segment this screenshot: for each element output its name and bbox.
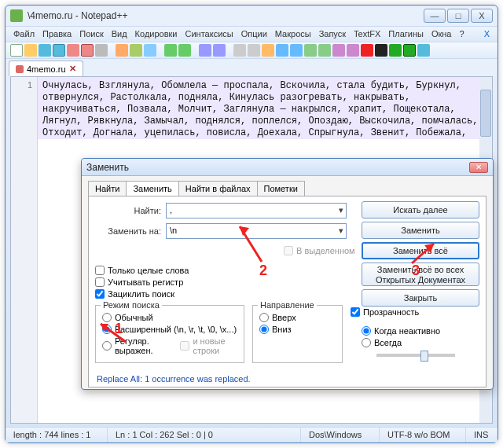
status-position: Ln : 1 Col : 262 Sel : 0 | 0 bbox=[108, 428, 301, 442]
maximize-button[interactable]: □ bbox=[447, 9, 469, 23]
indent-icon[interactable] bbox=[304, 44, 317, 57]
menu-x[interactable]: X bbox=[484, 29, 490, 39]
replace-input[interactable]: \n bbox=[166, 223, 347, 239]
whole-words-checkbox[interactable] bbox=[95, 266, 105, 275]
status-length: length : 744 lines : 1 bbox=[6, 428, 108, 442]
paste-icon[interactable] bbox=[144, 44, 156, 57]
menu-macros[interactable]: Макросы bbox=[275, 29, 311, 39]
stop-icon[interactable] bbox=[375, 44, 387, 57]
transparency-checkbox[interactable] bbox=[351, 307, 360, 317]
replace-all-docs-button[interactable]: Заменить всё во всех Открытых Документах bbox=[362, 263, 479, 286]
print-icon[interactable] bbox=[95, 44, 108, 57]
saveall-icon[interactable] bbox=[53, 44, 65, 57]
folding-icon[interactable] bbox=[318, 44, 331, 57]
status-eol[interactable]: Dos\Windows bbox=[301, 428, 380, 442]
menu-view[interactable]: Вид bbox=[112, 29, 127, 39]
search-mode-legend: Режим поиска bbox=[101, 300, 162, 310]
play-icon[interactable] bbox=[389, 44, 402, 57]
in-selection-label: В выделенном bbox=[296, 246, 355, 255]
replace-button[interactable]: Заменить bbox=[362, 222, 479, 239]
mode-normal-radio[interactable] bbox=[102, 313, 112, 322]
redo-icon[interactable] bbox=[178, 44, 191, 57]
find-label: Найти: bbox=[95, 206, 161, 215]
savemacro-icon[interactable] bbox=[417, 44, 430, 57]
statusbar: length : 744 lines : 1 Ln : 1 Col : 262 … bbox=[6, 427, 497, 442]
trans-always-label: Всегда bbox=[374, 338, 402, 347]
sync-icon[interactable] bbox=[262, 44, 274, 57]
direction-legend: Направление bbox=[258, 300, 317, 310]
save-icon[interactable] bbox=[39, 44, 51, 57]
menu-options[interactable]: Опции bbox=[241, 29, 267, 39]
docmap-icon[interactable] bbox=[347, 44, 359, 57]
cut-icon[interactable] bbox=[116, 44, 128, 57]
dir-up-label: Вверх bbox=[272, 313, 296, 322]
window-title: \4memo.ru - Notepad++ bbox=[28, 10, 424, 21]
userdef-icon[interactable] bbox=[332, 44, 345, 57]
wrap-icon[interactable] bbox=[276, 44, 288, 57]
toolbar[interactable] bbox=[6, 42, 497, 59]
menu-search[interactable]: Поиск bbox=[79, 29, 103, 39]
match-case-checkbox[interactable] bbox=[95, 277, 105, 287]
find-next-button[interactable]: Искать далее bbox=[362, 201, 479, 218]
open-icon[interactable] bbox=[24, 44, 37, 57]
tab-replace[interactable]: Заменить bbox=[126, 181, 178, 196]
menu-file[interactable]: Файл bbox=[13, 29, 35, 39]
menu-windows[interactable]: Окна bbox=[431, 29, 452, 39]
tab-find[interactable]: Найти bbox=[88, 181, 127, 196]
menu-encoding[interactable]: Кодировки bbox=[135, 29, 178, 39]
dialog-close-button[interactable]: ✕ bbox=[469, 162, 488, 173]
undo-icon[interactable] bbox=[164, 44, 177, 57]
tabbar[interactable]: 4memo.ru ✕ bbox=[6, 59, 497, 76]
minimize-button[interactable]: — bbox=[424, 9, 446, 23]
tab-findinfiles[interactable]: Найти в файлах bbox=[178, 181, 258, 196]
replace-icon[interactable] bbox=[213, 44, 226, 57]
menu-run[interactable]: Запуск bbox=[319, 29, 346, 39]
replace-dialog[interactable]: Заменить ✕ Найти Заменить Найти в файлах… bbox=[81, 158, 494, 390]
file-tab[interactable]: 4memo.ru ✕ bbox=[9, 61, 83, 76]
closeall-icon[interactable] bbox=[81, 44, 94, 57]
record-icon[interactable] bbox=[361, 44, 373, 57]
line-gutter: 1 bbox=[11, 77, 38, 423]
trans-inactive-radio[interactable] bbox=[362, 326, 371, 336]
dir-up-radio[interactable] bbox=[259, 313, 269, 322]
zoomin-icon[interactable] bbox=[233, 44, 246, 57]
dialog-tabs[interactable]: Найти Заменить Найти в файлах Пометки bbox=[82, 176, 493, 196]
whole-words-label: Только целые слова bbox=[108, 266, 189, 275]
mode-extended-radio[interactable] bbox=[102, 325, 112, 334]
menu-textfx[interactable]: TextFX bbox=[354, 29, 380, 39]
find-icon[interactable] bbox=[199, 44, 211, 57]
allchars-icon[interactable] bbox=[290, 44, 303, 57]
copy-icon[interactable] bbox=[130, 44, 142, 57]
replace-all-button[interactable]: Заменить всё bbox=[362, 242, 479, 259]
close-button[interactable]: X bbox=[471, 9, 493, 23]
status-ins[interactable]: INS bbox=[466, 428, 497, 442]
tab-close-icon[interactable]: ✕ bbox=[69, 64, 76, 74]
replace-label: Заменить на: bbox=[95, 226, 161, 236]
file-tab-label: 4memo.ru bbox=[27, 64, 66, 74]
wrap-label: Зациклить поиск bbox=[108, 289, 174, 299]
status-encoding[interactable]: UTF-8 w/o BOM bbox=[380, 428, 466, 442]
trans-always-radio[interactable] bbox=[362, 338, 371, 347]
tab-marks[interactable]: Пометки bbox=[257, 181, 305, 196]
trans-inactive-label: Когда неактивно bbox=[374, 326, 440, 336]
mode-regex-radio[interactable] bbox=[102, 341, 112, 351]
transparency-slider[interactable] bbox=[376, 354, 455, 357]
dialog-titlebar[interactable]: Заменить ✕ bbox=[82, 159, 493, 176]
new-icon[interactable] bbox=[10, 44, 23, 57]
playmulti-icon[interactable] bbox=[403, 44, 416, 57]
menu-syntax[interactable]: Синтаксисы bbox=[185, 29, 233, 39]
transparency-label: Прозрачность bbox=[363, 307, 419, 317]
zoomout-icon[interactable] bbox=[248, 44, 260, 57]
close-icon[interactable] bbox=[67, 44, 79, 57]
menu-help[interactable]: ? bbox=[459, 29, 464, 39]
menubar[interactable]: Файл Правка Поиск Вид Кодировки Синтакси… bbox=[6, 26, 497, 42]
titlebar[interactable]: \4memo.ru - Notepad++ — □ X bbox=[6, 6, 497, 26]
text-content[interactable]: Очнулась, Взглянула, Обомлела — проспала… bbox=[11, 77, 492, 139]
dir-down-radio[interactable] bbox=[259, 325, 269, 334]
dialog-title: Заменить bbox=[86, 162, 469, 173]
wrap-checkbox[interactable] bbox=[95, 289, 105, 299]
menu-edit[interactable]: Правка bbox=[42, 29, 72, 39]
close-dialog-button[interactable]: Закрыть bbox=[362, 289, 479, 307]
menu-plugins[interactable]: Плагины bbox=[388, 29, 424, 39]
find-input[interactable]: , bbox=[166, 203, 347, 218]
